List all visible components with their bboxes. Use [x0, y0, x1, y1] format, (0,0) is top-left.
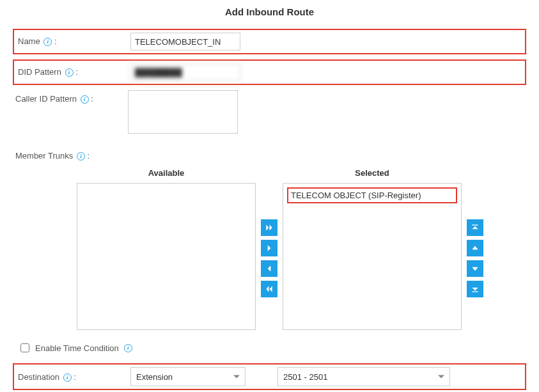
trunks-label: Member Trunks : — [13, 147, 90, 161]
cid-row: Caller ID Pattern : — [13, 90, 526, 136]
name-label: Name : — [15, 33, 130, 46]
trunks-label-row: Member Trunks : — [13, 147, 526, 161]
list-item[interactable]: TELECOM OBJECT (SIP-Register) — [287, 187, 457, 203]
move-up-button[interactable] — [467, 240, 483, 256]
selected-list[interactable]: TELECOM OBJECT (SIP-Register) — [283, 183, 462, 330]
did-row: DID Pattern : — [13, 59, 526, 85]
page-title: Add Inbound Route — [13, 6, 526, 17]
destination-label: Destination : — [15, 372, 130, 382]
move-left-button[interactable] — [261, 260, 277, 277]
dual-listbox: Available Selected TELECOM OBJECT (SIP-R… — [77, 168, 526, 330]
move-right-button[interactable] — [261, 240, 277, 256]
cid-input[interactable] — [128, 90, 238, 134]
destination-type-select[interactable]: Extension — [130, 367, 246, 386]
time-condition-checkbox[interactable] — [20, 343, 29, 352]
info-icon[interactable] — [77, 152, 85, 161]
info-icon[interactable] — [63, 373, 72, 382]
did-label: DID Pattern : — [15, 63, 130, 77]
info-icon[interactable] — [81, 95, 89, 104]
chevron-down-icon — [233, 375, 240, 379]
did-input[interactable] — [130, 63, 240, 81]
selected-header: Selected — [355, 168, 389, 178]
available-list[interactable] — [77, 183, 256, 330]
info-icon[interactable] — [124, 344, 132, 352]
move-bottom-button[interactable] — [467, 281, 483, 297]
name-row: Name : — [13, 29, 526, 54]
time-condition-label: Enable Time Condition — [35, 343, 119, 353]
move-all-left-button[interactable] — [261, 281, 277, 297]
name-input[interactable] — [130, 33, 240, 51]
chevron-down-icon — [438, 375, 444, 379]
time-condition-row: Enable Time Condition — [18, 341, 526, 354]
move-down-button[interactable] — [467, 260, 483, 277]
move-top-button[interactable] — [467, 219, 483, 236]
destination-target-select[interactable]: 2501 - 2501 — [277, 367, 450, 386]
info-icon[interactable] — [65, 68, 74, 77]
info-icon[interactable] — [43, 38, 52, 46]
available-header: Available — [148, 168, 185, 178]
move-all-right-button[interactable] — [261, 219, 277, 236]
cid-label: Caller ID Pattern : — [13, 90, 128, 104]
destination-row: Destination : Extension 2501 - 2501 — [13, 363, 526, 390]
